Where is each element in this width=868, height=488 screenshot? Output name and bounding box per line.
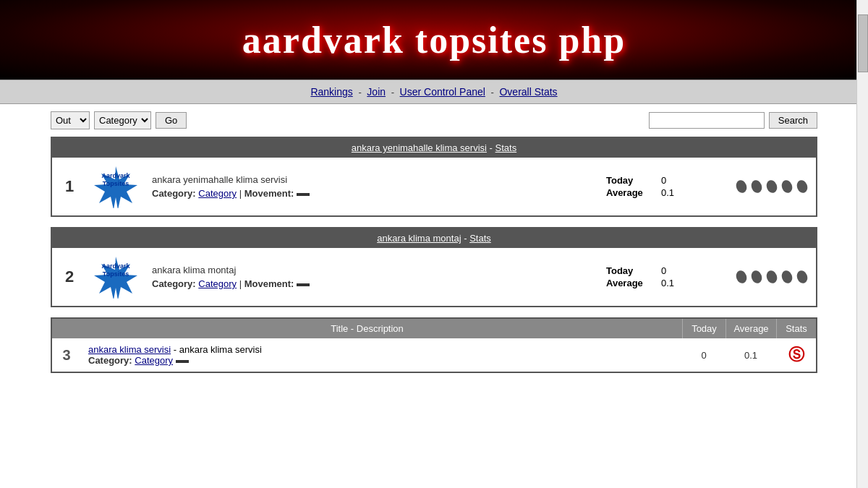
leaf-1-3: [765, 179, 778, 194]
stat-row-today-1: Today 0: [606, 175, 707, 186]
leaf-1-1: [735, 179, 748, 194]
site-2-rating: [715, 269, 809, 285]
rank-3: 3: [52, 347, 81, 364]
go-button[interactable]: Go: [156, 112, 187, 129]
th-stats: Stats: [776, 319, 816, 338]
site-card-1-body: 1 AardvarkTopsites ankara yenimahalle kl…: [52, 158, 816, 215]
movement-icon-2: [297, 283, 310, 286]
rankings-container: ankara yenimahalle klima servisi - Stats…: [0, 137, 868, 398]
tb-stats-3: Ⓢ: [776, 344, 816, 366]
controls-right: Search: [649, 112, 817, 129]
table-header-row: Title - Description Today Average Stats: [52, 319, 816, 338]
rank-2: 2: [59, 267, 80, 286]
site-1-info: ankara yenimahalle klima servisi Categor…: [152, 174, 599, 199]
today-value-1: 0: [661, 175, 666, 186]
tb-info-3: ankara klima servisi - ankara klima serv…: [81, 344, 682, 366]
site-card-1-sep: -: [490, 142, 495, 153]
aardvark-logo-2: AardvarkTopsites: [90, 255, 141, 299]
site-2-name: ankara klima montaj: [152, 265, 599, 275]
site-card-1-title-link[interactable]: ankara yenimahalle klima servisi: [352, 142, 487, 153]
today-value-2: 0: [661, 265, 666, 276]
site-1-logo: AardvarkTopsites: [87, 165, 145, 208]
nav-bar: Rankings - Join - User Control Panel - O…: [0, 80, 868, 104]
svg-point-10: [780, 269, 793, 285]
site-card-1: ankara yenimahalle klima servisi - Stats…: [51, 137, 817, 217]
nav-join[interactable]: Join: [367, 86, 386, 98]
site-card-1-stats-link[interactable]: Stats: [495, 142, 517, 153]
svg-point-11: [796, 269, 809, 285]
today-label-2: Today: [606, 265, 650, 276]
site-title: aardvark topsites php: [242, 19, 626, 61]
nav-overall-stats[interactable]: Overall Stats: [499, 86, 557, 98]
avg-value-2: 0.1: [661, 278, 674, 288]
tb-meta-3: Category: Category: [88, 355, 675, 366]
controls-bar: OutInTotal Category Go Search: [0, 104, 868, 137]
site-2-meta: Category: Category | Movement:: [152, 278, 599, 289]
svg-point-9: [765, 269, 778, 285]
site-3-desc: - ankara klima servisi: [174, 344, 262, 355]
svg-point-7: [735, 269, 748, 285]
site-card-2-stats-link[interactable]: Stats: [469, 233, 491, 244]
site-2-category-link[interactable]: Category: [198, 278, 237, 289]
stats-icon-3[interactable]: Ⓢ: [788, 346, 804, 364]
svg-point-3: [765, 179, 778, 194]
movement-label-1: Movement:: [244, 188, 294, 199]
category-label-3: Category:: [88, 355, 132, 366]
site-2-stats: Today 0 Average 0.1: [606, 265, 707, 288]
category-select[interactable]: Category: [94, 111, 151, 129]
nav-sep-1: -: [358, 87, 364, 98]
th-today: Today: [682, 319, 726, 338]
leaf-1-5: [796, 179, 809, 194]
leaf-2-3: [765, 269, 778, 285]
site-1-rating: [715, 179, 809, 194]
site-2-logo: AardvarkTopsites: [87, 255, 145, 299]
logo-text-2: AardvarkTopsites: [101, 262, 129, 278]
leaf-1-2: [750, 179, 763, 194]
site-card-2-title-link[interactable]: ankara klima montaj: [377, 233, 461, 244]
logo-text-1: AardvarkTopsites: [101, 172, 129, 188]
avg-value-1: 0.1: [661, 187, 674, 198]
search-input[interactable]: [649, 112, 765, 129]
svg-point-4: [780, 179, 793, 194]
nav-user-control[interactable]: User Control Panel: [400, 86, 485, 98]
site-3-category-link[interactable]: Category: [135, 355, 173, 366]
stat-row-avg-1: Average 0.1: [606, 187, 707, 198]
movement-icon-3: [176, 360, 189, 363]
leaf-2-4: [780, 269, 793, 285]
today-label-1: Today: [606, 175, 650, 186]
tb-today-3: 0: [682, 350, 726, 361]
nav-rankings[interactable]: Rankings: [310, 86, 352, 98]
leaf-2-1: [735, 269, 748, 285]
site-card-3: Title - Description Today Average Stats …: [51, 317, 817, 373]
site-card-1-header: ankara yenimahalle klima servisi - Stats: [52, 138, 816, 158]
site-1-name: ankara yenimahalle klima servisi: [152, 174, 599, 185]
scrollbar[interactable]: [856, 0, 868, 398]
table-body-row-3: 3 ankara klima servisi - ankara klima se…: [52, 338, 816, 372]
svg-point-1: [735, 179, 748, 194]
svg-point-2: [750, 179, 763, 194]
svg-point-5: [796, 179, 809, 194]
leaf-2-5: [796, 269, 809, 285]
leaf-2-2: [750, 269, 763, 285]
sort-select[interactable]: OutInTotal: [51, 111, 90, 129]
category-label-1: Category:: [152, 188, 196, 199]
th-title: Title - Description: [52, 319, 682, 338]
site-card-2-body: 2 AardvarkTopsites ankara klima montaj C…: [52, 248, 816, 306]
site-card-2-sep: -: [464, 233, 469, 244]
stat-row-avg-2: Average 0.1: [606, 278, 707, 288]
leaf-1-4: [780, 179, 793, 194]
site-1-stats: Today 0 Average 0.1: [606, 175, 707, 198]
stat-row-today-2: Today 0: [606, 265, 707, 276]
site-1-category-link[interactable]: Category: [198, 188, 237, 199]
rank-1: 1: [59, 177, 80, 196]
th-average: Average: [726, 319, 776, 338]
search-button[interactable]: Search: [769, 112, 817, 129]
nav-sep-2: -: [391, 87, 397, 98]
meta-sep-1: |: [239, 188, 244, 199]
header-banner: aardvark topsites php: [0, 0, 868, 80]
scrollbar-thumb[interactable]: [858, 14, 868, 72]
avg-label-1: Average: [606, 187, 650, 198]
site-3-title-link[interactable]: ankara klima servisi: [88, 344, 171, 355]
avg-label-2: Average: [606, 278, 650, 288]
movement-icon-1: [297, 193, 310, 196]
